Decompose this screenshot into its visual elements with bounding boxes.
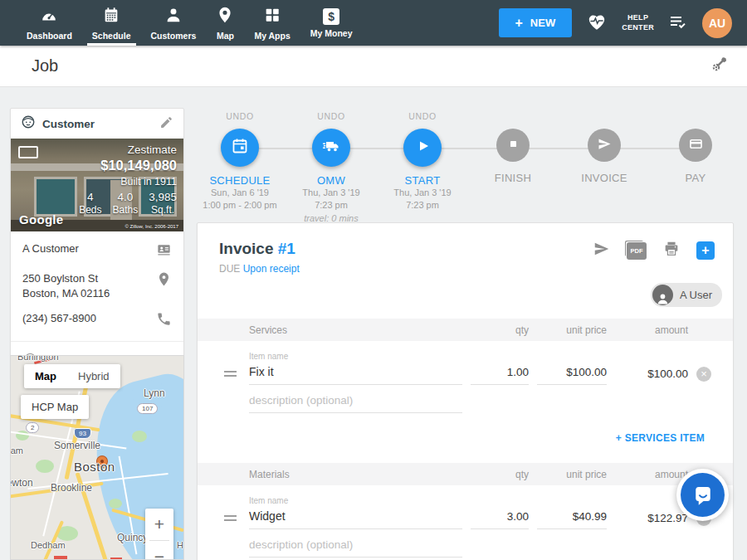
stage-label: OMW xyxy=(281,174,381,187)
map-label-burlington: Burlington xyxy=(17,355,59,362)
money-icon: $ xyxy=(323,8,339,25)
sqft-value: 3,985 xyxy=(149,191,177,203)
map-label-hingham: Hingham xyxy=(177,540,184,550)
map-widget[interactable]: Burlington Lynn 107 2 93 Somerville Walt… xyxy=(10,355,184,560)
nav-item-my-money[interactable]: $ My Money xyxy=(300,0,363,46)
user-avatar[interactable]: AU xyxy=(702,8,732,38)
route-2-shield: 2 xyxy=(26,422,39,433)
undo-start-link[interactable]: UNDO xyxy=(373,111,472,124)
remove-service-item-button[interactable]: × xyxy=(696,367,711,382)
unit-price-column-header: unit price xyxy=(537,324,607,336)
nav-items: Dashboard Schedule Customers Map My Apps… xyxy=(17,0,363,46)
unit-price-column-header: unit price xyxy=(537,469,607,480)
nav-item-dashboard[interactable]: Dashboard xyxy=(17,0,82,46)
credit-card-icon xyxy=(687,135,705,156)
page-header: Job xyxy=(0,46,747,87)
zoom-out-button[interactable]: − xyxy=(145,541,173,560)
item-name-label-row: Item name xyxy=(198,496,733,505)
materials-section-title: Materials xyxy=(249,469,462,480)
drag-handle-icon[interactable] xyxy=(224,371,237,377)
service-item-name-input[interactable] xyxy=(249,363,462,385)
customer-card-header: Customer xyxy=(11,109,183,139)
calendar-icon xyxy=(230,136,250,159)
service-qty-input[interactable] xyxy=(471,363,529,385)
chat-support-bubble[interactable] xyxy=(676,469,729,521)
service-unit-price-input[interactable] xyxy=(537,363,607,385)
undo-omw-link[interactable]: UNDO xyxy=(281,111,381,124)
material-unit-price-input[interactable] xyxy=(537,508,607,529)
baths-value: 4.0 xyxy=(113,191,139,203)
hcp-map-button[interactable]: HCP Map xyxy=(21,395,89,419)
add-invoice-item-button[interactable]: + xyxy=(696,241,715,260)
health-heart-icon[interactable] xyxy=(586,11,608,36)
due-value-link[interactable]: Upon receipt xyxy=(243,263,300,275)
stage-time: 1:00 pm - 2:00 pm xyxy=(190,199,290,212)
stage-label: START xyxy=(373,174,472,187)
phone-icon[interactable] xyxy=(156,311,172,330)
job-tools-icon[interactable] xyxy=(710,55,729,77)
customers-icon xyxy=(164,6,183,27)
undo-schedule-link[interactable]: UNDO xyxy=(190,111,290,124)
map-label-somerville: Somerville xyxy=(54,440,100,451)
edit-pencil-icon[interactable] xyxy=(159,115,173,133)
nav-item-map[interactable]: Map xyxy=(206,0,244,46)
job-stage-pipeline: UNDO SCHEDULE Sun, Jan 6 '19 1:00 pm - 2… xyxy=(197,111,736,219)
service-description-input[interactable] xyxy=(249,392,462,413)
pdf-icon[interactable]: PDF xyxy=(627,242,647,260)
schedule-icon xyxy=(102,6,120,27)
nav-item-schedule[interactable]: Schedule xyxy=(82,0,141,46)
dollar-glyph: $ xyxy=(328,10,334,23)
stage-invoice: INVOICE xyxy=(554,111,654,184)
apps-grid-icon xyxy=(263,6,281,27)
map-type-hybrid-button[interactable]: Hybrid xyxy=(67,364,120,388)
help-center-link[interactable]: HELP CENTER xyxy=(622,13,654,32)
new-button[interactable]: + NEW xyxy=(499,8,573,37)
nav-item-customers[interactable]: Customers xyxy=(141,0,207,46)
print-icon[interactable] xyxy=(662,240,681,261)
map-type-buttons: Map Hybrid xyxy=(24,364,120,388)
address-line2: Boston, MA 02116 xyxy=(22,287,110,299)
drag-handle-icon[interactable] xyxy=(224,515,237,521)
nav-label: Schedule xyxy=(92,31,131,41)
street-view-toggle-icon[interactable] xyxy=(18,146,38,158)
customer-card-title: Customer xyxy=(42,118,153,130)
property-photo[interactable]: Zestimate $10,149,080 Built in 1911 4Bed… xyxy=(11,139,183,231)
nav-item-my-apps[interactable]: My Apps xyxy=(244,0,300,46)
send-invoice-icon[interactable] xyxy=(593,240,611,261)
schedule-stage-button[interactable] xyxy=(221,129,259,167)
due-label: DUE xyxy=(219,263,240,275)
map-type-map-button[interactable]: Map xyxy=(24,364,67,388)
beds-value: 4 xyxy=(79,191,101,203)
stage-date: Thu, Jan 3 '19 xyxy=(281,187,381,199)
start-stage-button[interactable] xyxy=(403,129,442,167)
pay-stage-button[interactable] xyxy=(679,129,712,162)
customer-phone: (234) 567-8900 xyxy=(22,311,156,326)
map-pin-icon xyxy=(216,6,234,27)
close-icon: × xyxy=(701,368,707,380)
finish-stage-button[interactable] xyxy=(496,129,530,162)
material-description-input[interactable] xyxy=(249,536,462,558)
material-description-row xyxy=(198,536,733,558)
invoice-title: Invoice #1 xyxy=(219,240,300,258)
contact-card-icon[interactable] xyxy=(156,241,172,261)
material-item-name-input[interactable] xyxy=(249,507,462,529)
amount-column-header: amount xyxy=(615,324,688,336)
task-list-icon[interactable] xyxy=(668,12,688,35)
zoom-in-button[interactable]: + xyxy=(145,509,173,540)
dashboard-icon xyxy=(40,6,58,27)
invoice-title-text: Invoice xyxy=(219,240,273,257)
material-item-row: $122.97 × xyxy=(198,507,733,529)
nav-label: Map xyxy=(217,31,234,41)
sqft-label: Sq.ft. xyxy=(149,204,177,216)
baths-label: Baths xyxy=(113,204,139,216)
stage-schedule: UNDO SCHEDULE Sun, Jan 6 '19 1:00 pm - 2… xyxy=(190,111,290,212)
add-services-item-link[interactable]: + SERVICES ITEM xyxy=(616,432,705,444)
stage-pay: PAY xyxy=(646,111,745,184)
invoice-stage-button[interactable] xyxy=(588,129,621,162)
assigned-user-pill[interactable]: A User xyxy=(651,283,722,307)
omw-stage-button[interactable] xyxy=(312,129,350,167)
item-name-label: Item name xyxy=(249,352,462,361)
assigned-user-row: A User xyxy=(198,275,733,319)
material-qty-input[interactable] xyxy=(471,508,529,529)
location-pin-icon[interactable] xyxy=(156,271,172,290)
